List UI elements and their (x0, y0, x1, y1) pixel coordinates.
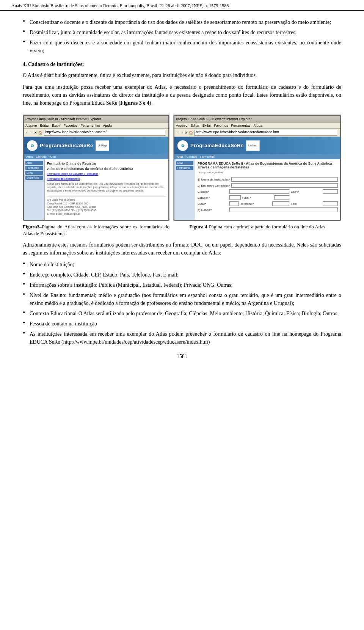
form-input-cidade (229, 189, 289, 194)
form-input-nome (231, 177, 338, 182)
menu-editar1: Editar (40, 124, 49, 127)
browser4-title: Projeto Línea Salib III - Microsoft Inte… (176, 117, 252, 121)
page-number: 1581 (23, 353, 341, 360)
figure4-caption-text: -Página com a primeira parte do formulár… (207, 224, 325, 229)
site4-logo-rect: UniNep (246, 140, 260, 151)
page-header: Anais XIII Simpósio Brasileiro de Sensor… (0, 0, 364, 11)
site3-address-section: Sra Lúcia Maria SoaresCaixa Postal 515 -… (47, 196, 166, 215)
form-field-endereco: 2) Endereço Completo:* (198, 183, 338, 188)
browser3-titlebar: Projeto Línea Salib III - Microsoft Inte… (24, 116, 168, 123)
site4-title: ProgramaEducaSeRe (190, 143, 244, 148)
section4-para2: Para que uma instituição possa receber u… (23, 83, 341, 107)
sidebar3-item3: Links (25, 171, 43, 175)
sidebar3-item4: Sobre Nós (25, 176, 43, 180)
form-field-udd: UDD:* (198, 201, 239, 206)
form-input-cep (323, 189, 338, 194)
browser3-toolbar: ← → ✕ 🏠 http://www.inpe.br/atividades/ed… (24, 129, 168, 137)
browser4-mock: Projeto Línea Salib III - Microsoft Inte… (174, 115, 341, 221)
form-label-fax: Fax: (291, 202, 321, 206)
site3-body-text: Aplica para formulários de cadastro on-l… (47, 182, 166, 192)
menu-arquivo2: Arquivo (176, 124, 188, 127)
figures-row: Projeto Línea Salib III - Microsoft Inte… (23, 115, 341, 237)
form-field-email: 6) E-mail:* (198, 207, 338, 212)
add-bullet-6: • Pessoa de contato na instituição (23, 320, 341, 328)
intro-bullets: • Conscientizar o docente e o discente d… (23, 18, 341, 55)
add-text-5: Contexto Educacional-O Atlas será utiliz… (30, 310, 341, 317)
nav3-contato: Contato (36, 155, 47, 159)
site3-title: ProgramaEducaSeRe (40, 143, 93, 148)
form-row-tel: UDD:* Telefone:* Fax: (198, 201, 338, 207)
browser4-body: 🌍 ProgramaEducaSeRe UniNep Atlas Contato… (174, 137, 340, 220)
site4-form-fields: 1) Nome da Instituição:* 2) Endereço Com… (198, 177, 338, 214)
figure3-caption-bold: Figura3 (23, 224, 39, 229)
add-dot-6: • (23, 319, 30, 327)
site3-main-title: Formulário Online de Registro (47, 162, 166, 165)
additional-para1: Adicionalmente estes mesmos formulários … (23, 241, 341, 257)
add-dot-5: • (23, 309, 30, 317)
site4-required: * campos obrigatórios (198, 171, 338, 174)
site4-sidebar: Atlas Formulário (174, 159, 195, 220)
add-text-4: Nível de Ensino: fundamental; médio e gr… (30, 291, 341, 307)
browser4-toolbar: ← → ✕ 🏠 http://www.inpe.br/atividades/ed… (174, 129, 340, 137)
site4-nav: Atlas Contato Formulário (174, 154, 340, 159)
form-input-estado (229, 195, 241, 200)
form-field-nome: 1) Nome da Instituição:* (198, 177, 338, 182)
browser3-address: http://www.inpe.br/atividades/educasere/ (44, 130, 165, 136)
nav3-atlas2: Atlas (50, 155, 56, 159)
site3-content: Atlas Formulário Links Sobre Nós Formulá… (24, 159, 168, 220)
form-input-fax (323, 201, 338, 206)
browser4-address: http://www.inpe.br/atividades/educasere/… (195, 130, 337, 136)
add-text-3: Informações sobre a instituição: Pública… (30, 281, 341, 289)
add-text-7: As instituições interessada em receber u… (30, 330, 341, 346)
browser3-mock: Projeto Línea Salib III - Microsoft Inte… (23, 115, 169, 221)
figure3-caption: Figura3–Página do Atlas com as informaçõ… (23, 223, 169, 237)
site4-header: 🌍 ProgramaEducaSeRe UniNep (174, 137, 340, 154)
menu-ajuda1: Ajuda (103, 124, 112, 127)
figure3-image: Projeto Línea Salib III - Microsoft Inte… (23, 115, 169, 221)
figure4-caption-bold: Figura 4 (189, 224, 207, 229)
form-input-email (229, 207, 338, 212)
form-input-udd (229, 201, 239, 206)
add-text-1: Nome da Instituição; (30, 261, 341, 269)
site3-header: 🌍 ProgramaEducaSeRe UniNep (24, 137, 168, 154)
bullet-item-2: • Desmistificar, junto à comunidade esco… (23, 28, 341, 36)
section4-para1: O Atlas é distribuído gratuitamente, úni… (23, 71, 341, 79)
figure4-image: Projeto Línea Salib III - Microsoft Inte… (173, 115, 341, 221)
additional-bullets: • Nome da Instituição; • Endereço comple… (23, 261, 341, 346)
add-dot-2: • (23, 270, 30, 278)
form-field-estado: Estado: * (198, 195, 241, 200)
nav4-contato: Contato (187, 155, 197, 159)
section4-title: 4. Cadastro de instituições: (23, 61, 341, 68)
site3-address: Sra Lúcia Maria SoaresCaixa Postal 515 -… (47, 198, 166, 208)
site4-form-title: PROGRAMA EDUCA SeRe II - Atlas de Ecossi… (198, 162, 338, 169)
bullet-dot-2: • (23, 28, 30, 36)
bullet-text-3: Fazer com que os discentes e a sociedade… (30, 39, 341, 55)
main-content: • Conscientizar o docente e o discente d… (0, 11, 364, 367)
sidebar4-item2: Formulário (176, 166, 193, 170)
site3-link2: Formulário de Recebimento (47, 177, 166, 181)
form-row-estado: Estado: * País: * (198, 195, 338, 201)
add-dot-1: • (23, 260, 30, 268)
form-field-cidade: Cidade:* (198, 189, 289, 194)
site3-logo-circle: 🌍 (27, 140, 38, 151)
figure4-caption: Figura 4-Página com a primeira parte do … (189, 223, 325, 230)
form-label-udd: UDD:* (198, 202, 228, 206)
form-label-nome: 1) Nome da Instituição:* (198, 178, 230, 181)
site3-main: Formulário Online de Registro Atlas de E… (45, 159, 168, 220)
add-bullet-4: • Nível de Ensino: fundamental; médio e … (23, 291, 341, 307)
back-label2: ← → ✕ 🏠 (176, 131, 193, 135)
menu-ajuda2: Ajuda (254, 124, 262, 127)
menu-exibir2: Exibir (202, 124, 211, 127)
menu-ferramentas2: Ferramentas (231, 124, 251, 127)
form-label-tel: Telefone:* (240, 202, 271, 206)
bullet-dot-3: • (23, 38, 30, 46)
site3-sidebar: Atlas Formulário Links Sobre Nós (24, 159, 45, 220)
menu-exibir1: Exibir (52, 124, 61, 127)
header-text: Anais XIII Simpósio Brasileiro de Sensor… (11, 3, 230, 8)
add-bullet-1: • Nome da Instituição; (23, 261, 341, 269)
form-label-pais: País: * (242, 196, 273, 200)
form-label-endereco: 2) Endereço Completo:* (198, 184, 230, 187)
menu-editar2: Editar (191, 124, 200, 127)
form-label-cep: CEP:* (291, 190, 321, 193)
add-bullet-5: • Contexto Educacional-O Atlas será util… (23, 310, 341, 317)
